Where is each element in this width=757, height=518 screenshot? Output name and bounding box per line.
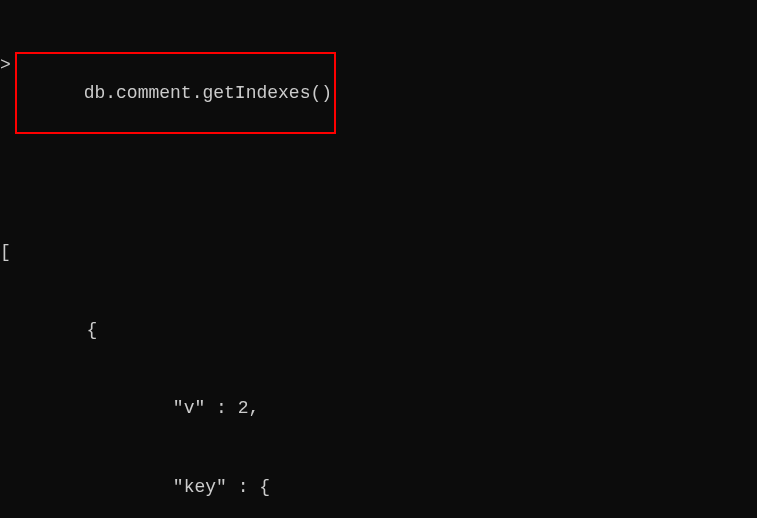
- terminal-output: > db.comment.getIndexes() [ { "v" : 2, "…: [0, 0, 757, 518]
- command-line[interactable]: > db.comment.getIndexes(): [0, 52, 757, 134]
- output-line: "key" : {: [0, 474, 757, 500]
- output-block: [ { "v" : 2, "key" : { "_id" : 1 }, "nam…: [0, 187, 757, 518]
- output-line: [: [0, 239, 757, 265]
- prompt-symbol: >: [0, 52, 15, 78]
- output-line: "v" : 2,: [0, 395, 757, 421]
- command-highlight-box: db.comment.getIndexes(): [15, 52, 336, 134]
- command-text: db.comment.getIndexes(): [84, 83, 332, 103]
- output-line: {: [0, 317, 757, 343]
